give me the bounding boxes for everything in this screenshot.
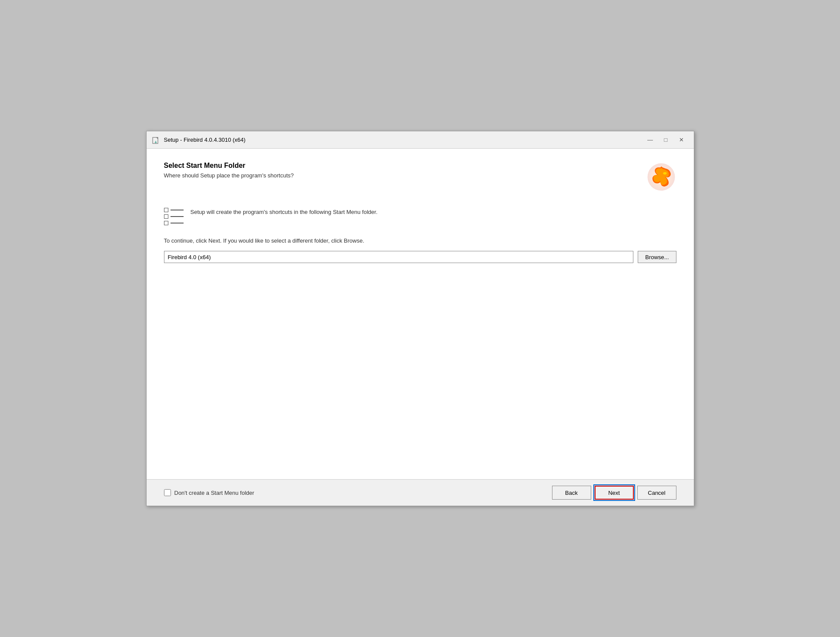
checkbox-label[interactable]: Don't create a Start Menu folder — [174, 490, 254, 496]
continue-text: To continue, click Next. If you would li… — [164, 237, 676, 244]
title-bar-left: Setup - Firebird 4.0.4.3010 (x64) — [152, 136, 246, 144]
svg-point-6 — [663, 172, 666, 175]
bottom-section: Don't create a Start Menu folder Back Ne… — [147, 479, 694, 506]
minimize-button[interactable]: — — [643, 135, 657, 145]
maximize-button[interactable]: □ — [659, 135, 673, 145]
next-button[interactable]: Next — [595, 486, 634, 500]
checkbox-row: Don't create a Start Menu folder — [164, 489, 254, 496]
button-row: Back Next Cancel — [552, 486, 676, 500]
window-title: Setup - Firebird 4.0.4.3010 (x64) — [164, 137, 246, 143]
page-subtitle: Where should Setup place the program's s… — [164, 172, 294, 179]
close-button[interactable]: ✕ — [675, 135, 689, 145]
folder-input[interactable] — [164, 251, 634, 263]
content-area: Select Start Menu Folder Where should Se… — [147, 149, 694, 479]
browse-button[interactable]: Browse... — [638, 251, 676, 263]
header-section: Select Start Menu Folder Where should Se… — [164, 162, 676, 194]
back-button[interactable]: Back — [552, 486, 591, 500]
header-text: Select Start Menu Folder Where should Se… — [164, 162, 294, 179]
setup-window: Setup - Firebird 4.0.4.3010 (x64) — □ ✕ … — [146, 131, 694, 506]
setup-icon — [152, 136, 161, 144]
info-section: Setup will create the program's shortcut… — [164, 207, 676, 225]
folder-row: Browse... — [164, 251, 676, 263]
title-bar-controls: — □ ✕ — [643, 135, 689, 145]
svg-marker-1 — [156, 137, 158, 139]
cancel-button[interactable]: Cancel — [637, 486, 676, 500]
firebird-logo — [646, 162, 676, 194]
list-menu-icon — [164, 207, 184, 225]
title-bar: Setup - Firebird 4.0.4.3010 (x64) — □ ✕ — [147, 131, 694, 149]
page-title: Select Start Menu Folder — [164, 162, 294, 170]
info-message: Setup will create the program's shortcut… — [191, 207, 378, 215]
no-start-menu-checkbox[interactable] — [164, 489, 171, 496]
